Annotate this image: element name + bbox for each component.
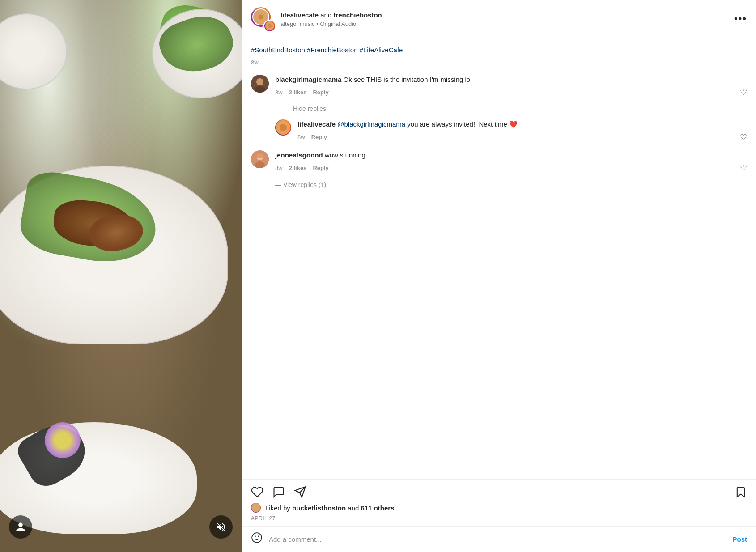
liked-connector: and (346, 504, 361, 512)
reply-avatar-inner-1 (276, 120, 290, 135)
reply-reply-button-1[interactable]: Reply (311, 134, 327, 140)
username-connector: and (320, 11, 333, 19)
reply-heart-1[interactable]: ♡ (740, 132, 747, 142)
post-comment-button[interactable]: Post (732, 535, 747, 543)
comment-content-1: Ok see THIS is the invitation I'm missin… (344, 76, 472, 83)
comment-button[interactable] (272, 486, 285, 498)
header-subtitle: altego_music • Original Audio (280, 21, 734, 27)
commenter-avatar-image-2 (251, 150, 269, 168)
comment-body-1: blackgirlmagicmama Ok see THIS is the in… (275, 75, 747, 98)
add-comment-bar: Post (242, 526, 756, 552)
reply-body-1: lifealivecafe @blackgirlmagicmama you ar… (297, 119, 747, 142)
username1[interactable]: lifealivecafe (280, 11, 319, 19)
post-date: APRIL 27 (251, 515, 747, 522)
post-header: lifealivecafe and frenchieboston altego_… (242, 0, 756, 38)
username2[interactable]: frenchieboston (333, 11, 382, 19)
reply-meta-1: 8w Reply ♡ (297, 132, 747, 142)
comment-1: blackgirlmagicmama Ok see THIS is the in… (251, 75, 747, 98)
liked-username[interactable]: bucketlistboston (292, 504, 346, 512)
hide-replies-label[interactable]: Hide replies (293, 105, 326, 112)
comment-content-2: wow stunning (325, 151, 365, 159)
comment-username-1[interactable]: blackgirlmagicmama (275, 76, 341, 83)
reply-1: lifealivecafe @blackgirlmagicmama you ar… (275, 119, 747, 142)
view-replies-label[interactable]: — View replies (1) (275, 181, 326, 188)
comment-heart-2[interactable]: ♡ (740, 163, 747, 173)
plate-decoration (0, 13, 67, 89)
post-timestamp: 8w (251, 59, 747, 66)
reply-time-1: 8w (297, 134, 305, 140)
photo-panel (0, 0, 242, 552)
bookmark-icon (735, 486, 747, 498)
hashtags: #SouthEndBoston #FrenchieBoston #LifeAli… (251, 45, 747, 55)
audio-name[interactable]: Original Audio (320, 21, 356, 27)
comments-area: #SouthEndBoston #FrenchieBoston #LifeAli… (242, 38, 756, 479)
reply-text-1: lifealivecafe @blackgirlmagicmama you ar… (297, 119, 747, 130)
liked-by-text: Liked by bucketlistboston and 611 others (265, 504, 394, 512)
frenchie-icon (267, 23, 273, 29)
liked-by-avatar[interactable] (251, 503, 261, 513)
header-avatars (251, 7, 274, 30)
comment-likes-1: 2 likes (289, 89, 307, 96)
comment-heart-1[interactable]: ♡ (740, 87, 747, 97)
liked-count: 611 others (361, 504, 394, 512)
view-replies-2[interactable]: — View replies (1) (275, 181, 747, 189)
more-options-button[interactable]: ••• (734, 13, 747, 25)
mute-icon (216, 522, 226, 532)
svg-point-1 (259, 15, 263, 20)
action-icons-row (251, 486, 747, 498)
comment-time-1: 8w (275, 89, 283, 96)
avatar-secondary-inner (265, 21, 274, 30)
cafe-icon (256, 12, 266, 22)
liked-by: Liked by bucketlistboston and 611 others (251, 503, 747, 513)
comment-2: jenneatsgoood wow stunning 8w 2 likes Re… (251, 150, 747, 173)
photo-controls (0, 515, 242, 539)
reply-mention-1[interactable]: @blackgirlmagicmama (337, 120, 405, 128)
reply-username-1[interactable]: lifealivecafe (297, 120, 336, 128)
reply-avatar-image-1 (276, 120, 290, 135)
comment-time-2: 8w (275, 165, 283, 171)
bookmark-button[interactable] (735, 486, 747, 498)
comment-text-1: blackgirlmagicmama Ok see THIS is the in… (275, 75, 747, 85)
comment-meta-1: 8w 2 likes Reply ♡ (275, 87, 747, 97)
action-bar: Liked by bucketlistboston and 611 others… (242, 479, 756, 526)
header-usernames: lifealivecafe and frenchieboston (280, 10, 734, 20)
emoji-button[interactable] (251, 532, 263, 547)
hide-replies-line (275, 109, 288, 109)
heart-icon (251, 486, 263, 498)
svg-point-2 (268, 24, 272, 28)
svg-point-7 (280, 124, 287, 131)
commenter-avatar-1[interactable] (251, 75, 269, 93)
flower-decoration (45, 422, 81, 458)
hide-replies-1[interactable]: Hide replies (275, 105, 747, 112)
comment-username-2[interactable]: jenneatsgoood (275, 151, 323, 159)
comment-icon (272, 486, 285, 498)
reply-content-1: you are always invited!! Next time ❤️ (407, 120, 518, 128)
user-icon (15, 522, 26, 532)
user-profile-button[interactable] (9, 515, 32, 539)
reply-avatar-1[interactable] (275, 119, 291, 136)
comment-reply-button-2[interactable]: Reply (313, 165, 328, 171)
svg-point-14 (252, 533, 262, 543)
like-button[interactable] (251, 486, 263, 498)
svg-rect-11 (257, 154, 263, 158)
share-button[interactable] (294, 486, 306, 498)
emoji-icon (251, 532, 263, 544)
share-icon (294, 486, 306, 498)
comment-meta-2: 8w 2 likes Reply ♡ (275, 163, 747, 173)
avatar-secondary[interactable] (263, 20, 276, 32)
comment-text-2: jenneatsgoood wow stunning (275, 150, 747, 161)
post-image (0, 0, 242, 552)
audio-user[interactable]: altego_music (280, 21, 315, 27)
comment-likes-2: 2 likes (289, 165, 307, 171)
svg-point-4 (256, 78, 263, 85)
commenter-avatar-image-1 (251, 75, 269, 93)
header-info: lifealivecafe and frenchieboston altego_… (280, 10, 734, 27)
right-panel: lifealivecafe and frenchieboston altego_… (242, 0, 756, 552)
comment-input[interactable] (269, 535, 726, 543)
liked-prefix: Liked by (265, 504, 292, 512)
liked-by-avatar-inner (251, 503, 260, 512)
comment-reply-button-1[interactable]: Reply (313, 89, 328, 96)
commenter-avatar-2[interactable] (251, 150, 269, 168)
comment-body-2: jenneatsgoood wow stunning 8w 2 likes Re… (275, 150, 747, 173)
mute-button[interactable] (209, 515, 233, 539)
